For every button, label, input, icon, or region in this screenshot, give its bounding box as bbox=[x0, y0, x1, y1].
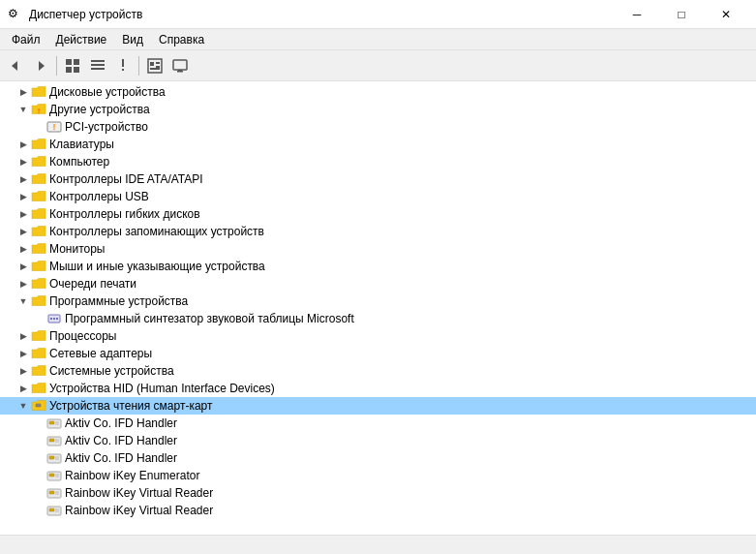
tree-item-icon bbox=[31, 276, 46, 292]
forward-button[interactable] bbox=[29, 54, 52, 77]
tree-item-18[interactable]: ▶Устройства HID (Human Interface Devices… bbox=[0, 380, 756, 397]
tree-item-15[interactable]: ▶Процессоры bbox=[0, 327, 756, 345]
svg-rect-4 bbox=[66, 67, 72, 73]
tree-item-label: Программные устройства bbox=[49, 294, 188, 308]
toolbar-sep-1 bbox=[56, 56, 57, 76]
tree-item-icon bbox=[31, 84, 46, 100]
svg-rect-40 bbox=[49, 474, 54, 477]
tree-item-5[interactable]: ▶Компьютер bbox=[0, 153, 756, 170]
tree-item-2[interactable]: ▼!Другие устройства bbox=[0, 101, 756, 118]
tree-expander bbox=[31, 310, 46, 327]
tree-expander[interactable]: ▶ bbox=[15, 380, 31, 397]
svg-text:!: ! bbox=[38, 107, 41, 115]
tree-expander bbox=[31, 449, 46, 467]
svg-rect-23 bbox=[50, 318, 52, 320]
tree-item-17[interactable]: ▶Системные устройства bbox=[0, 362, 756, 380]
tree-item-16[interactable]: ▶Сетевые адаптеры bbox=[0, 345, 756, 362]
tree-expander[interactable]: ▶ bbox=[15, 83, 31, 101]
tree-item-11[interactable]: ▶Мыши и иные указывающие устройства bbox=[0, 258, 756, 275]
menu-action[interactable]: Действие bbox=[48, 31, 115, 48]
menu-file[interactable]: Файл bbox=[4, 31, 48, 48]
toolbar bbox=[0, 50, 756, 81]
tree-expander[interactable]: ▶ bbox=[15, 327, 31, 345]
tree-item-12[interactable]: ▶Очереди печати bbox=[0, 275, 756, 292]
app-icon: ⚙ bbox=[8, 7, 23, 22]
tree-item-25[interactable]: Rainbow iKey Virtual Reader bbox=[0, 502, 756, 519]
tree-item-14[interactable]: Программный синтезатор звуковой таблицы … bbox=[0, 310, 756, 327]
tree-item-label: Контроллеры USB bbox=[49, 190, 149, 203]
tree-item-4[interactable]: ▶Клавиатуры bbox=[0, 136, 756, 153]
tree-item-22[interactable]: Aktiv Co. IFD Handler bbox=[0, 449, 756, 467]
minimize-button[interactable]: ─ bbox=[615, 0, 659, 29]
tree-item-23[interactable]: Rainbow iKey Enumerator bbox=[0, 467, 756, 484]
tree-expander[interactable]: ▶ bbox=[15, 345, 31, 362]
tree-item-label: Aktiv Co. IFD Handler bbox=[65, 416, 177, 430]
tree-item-icon bbox=[31, 259, 46, 274]
tree-item-9[interactable]: ▶Контроллеры запоминающих устройств bbox=[0, 223, 756, 240]
tree-expander[interactable]: ▶ bbox=[15, 153, 31, 170]
tree-item-label: Компьютер bbox=[49, 155, 109, 169]
tree-item-label: Системные устройства bbox=[49, 364, 174, 378]
tree-expander[interactable]: ▶ bbox=[15, 170, 31, 188]
tree-expander bbox=[31, 432, 46, 449]
svg-marker-1 bbox=[39, 61, 45, 71]
tree-item-label: PCI-устройство bbox=[65, 120, 148, 134]
tree-expander bbox=[31, 467, 46, 484]
tree-item-10[interactable]: ▶Мониторы bbox=[0, 240, 756, 258]
tree-item-8[interactable]: ▶Контроллеры гибких дисков bbox=[0, 205, 756, 223]
tree-item-icon bbox=[46, 311, 62, 326]
tree-item-icon bbox=[31, 137, 46, 152]
tree-expander[interactable]: ▼ bbox=[15, 292, 31, 310]
properties-button[interactable] bbox=[143, 54, 166, 77]
tree-item-icon bbox=[31, 241, 46, 257]
tree-item-24[interactable]: Rainbow iKey Virtual Reader bbox=[0, 484, 756, 502]
tree-item-3[interactable]: ! PCI-устройство bbox=[0, 118, 756, 136]
tree-expander[interactable]: ▶ bbox=[15, 362, 31, 380]
tree-item-7[interactable]: ▶Контроллеры USB bbox=[0, 188, 756, 205]
svg-rect-36 bbox=[49, 456, 54, 459]
resource-view-button[interactable] bbox=[86, 54, 109, 77]
maximize-button[interactable]: □ bbox=[659, 0, 704, 29]
tree-expander[interactable]: ▶ bbox=[15, 275, 31, 292]
device-view-button[interactable] bbox=[61, 54, 84, 77]
tree-expander[interactable]: ▶ bbox=[15, 258, 31, 275]
title-bar-controls: ─ □ ✕ bbox=[615, 0, 748, 29]
tree-item-icon bbox=[31, 189, 46, 204]
tree-item-6[interactable]: ▶Контроллеры IDE ATA/ATAPI bbox=[0, 170, 756, 188]
tree-item-1[interactable]: ▶Дисковые устройства bbox=[0, 83, 756, 101]
tree-expander bbox=[31, 484, 46, 502]
tree-expander[interactable]: ▶ bbox=[15, 205, 31, 223]
svg-rect-32 bbox=[49, 439, 54, 442]
tree-item-icon bbox=[31, 206, 46, 222]
close-button[interactable]: ✕ bbox=[704, 0, 748, 29]
svg-rect-18 bbox=[178, 70, 182, 71]
help-button[interactable] bbox=[111, 54, 135, 77]
tree-item-icon: ! bbox=[31, 102, 46, 117]
tree-view[interactable]: ▶Дисковые устройства▼!Другие устройства … bbox=[0, 81, 756, 535]
tree-item-label: Другие устройства bbox=[49, 103, 150, 116]
tree-expander[interactable]: ▶ bbox=[15, 188, 31, 205]
main-area: ▶Дисковые устройства▼!Другие устройства … bbox=[0, 81, 756, 535]
svg-rect-13 bbox=[156, 62, 160, 64]
svg-rect-10 bbox=[122, 69, 124, 71]
menu-help[interactable]: Справка bbox=[151, 31, 212, 48]
svg-rect-7 bbox=[91, 64, 105, 66]
tree-expander[interactable]: ▶ bbox=[15, 136, 31, 153]
tree-expander[interactable]: ▶ bbox=[15, 240, 31, 258]
monitor-button[interactable] bbox=[168, 54, 192, 77]
tree-item-19[interactable]: ▼ Устройства чтения смарт-карт bbox=[0, 397, 756, 415]
tree-expander[interactable]: ▼ bbox=[15, 397, 31, 415]
menu-view[interactable]: Вид bbox=[114, 31, 151, 48]
back-button[interactable] bbox=[4, 54, 27, 77]
svg-rect-3 bbox=[74, 59, 79, 65]
svg-rect-44 bbox=[49, 491, 54, 494]
tree-expander[interactable]: ▶ bbox=[15, 223, 31, 240]
tree-item-13[interactable]: ▼Программные устройства bbox=[0, 292, 756, 310]
tree-item-icon bbox=[31, 171, 46, 187]
svg-rect-8 bbox=[91, 68, 105, 70]
tree-expander[interactable]: ▼ bbox=[15, 101, 31, 118]
tree-item-label: Клавиатуры bbox=[49, 138, 114, 151]
tree-item-21[interactable]: Aktiv Co. IFD Handler bbox=[0, 432, 756, 449]
tree-item-icon bbox=[31, 381, 46, 396]
tree-item-20[interactable]: Aktiv Co. IFD Handler bbox=[0, 415, 756, 432]
